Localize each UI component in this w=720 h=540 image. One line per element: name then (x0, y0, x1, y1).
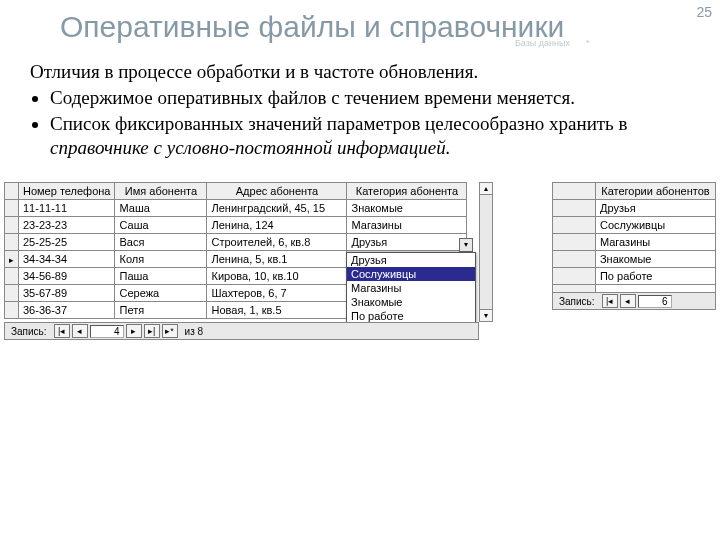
table-row[interactable]: Сослуживцы (553, 217, 716, 234)
nav-of: из 8 (179, 326, 208, 337)
dropdown-option[interactable]: По работе (347, 309, 475, 323)
cell-c4[interactable]: Магазины (347, 217, 467, 234)
cell-c2[interactable]: Петя (115, 302, 207, 319)
table-row[interactable]: 25-25-25ВасяСтроителей, 6, кв.8Друзья (5, 234, 467, 251)
cell-c1[interactable]: 23-23-23 (19, 217, 115, 234)
cell-c1[interactable]: 25-25-25 (19, 234, 115, 251)
row-selector[interactable] (553, 217, 596, 234)
row-selector-header (5, 183, 19, 200)
table-row[interactable]: Друзья (553, 200, 716, 217)
dropdown-option[interactable]: Магазины (347, 281, 475, 295)
table-row[interactable]: 23-23-23СашаЛенина, 124Магазины (5, 217, 467, 234)
main-scrollbar[interactable]: ▴ ▾ (479, 182, 493, 322)
cell-c3[interactable]: Ленина, 124 (207, 217, 347, 234)
ref-nav-prev-icon[interactable]: ◂ (620, 294, 636, 308)
main-col-category[interactable]: Категория абонента (347, 183, 467, 200)
bullet-1: Содержимое оперативных файлов с течением… (50, 86, 690, 110)
row-selector[interactable] (5, 302, 19, 319)
row-selector[interactable] (553, 234, 596, 251)
cell-c3[interactable]: Ленинградский, 45, 15 (207, 200, 347, 217)
row-selector[interactable] (5, 285, 19, 302)
cell-c1[interactable]: 35-67-89 (19, 285, 115, 302)
nav-prev-icon[interactable]: ◂ (72, 324, 88, 338)
nav-new-icon[interactable]: ▸* (162, 324, 178, 338)
cell-c1[interactable]: 34-34-34 (19, 251, 115, 268)
main-col-address[interactable]: Адрес абонента (207, 183, 347, 200)
table-row[interactable]: Знакомые (553, 251, 716, 268)
cell-c3[interactable]: Ленина, 5, кв.1 (207, 251, 347, 268)
body-text: Отличия в процессе обработки и в частоте… (0, 50, 720, 174)
header-meta-star: * (586, 38, 591, 48)
cell-c3[interactable]: Новая, 1, кв.5 (207, 302, 347, 319)
dropdown-option[interactable]: Знакомые (347, 295, 475, 309)
row-selector[interactable] (5, 251, 19, 268)
nav-current[interactable]: 4 (90, 325, 124, 338)
main-col-phone[interactable]: Номер телефона (19, 183, 115, 200)
main-col-name[interactable]: Имя абонента (115, 183, 207, 200)
cell-c3[interactable]: Кирова, 10, кв.10 (207, 268, 347, 285)
cell-c2[interactable]: Сережа (115, 285, 207, 302)
slide-title: Оперативные файлы и справочники (0, 0, 720, 50)
row-selector[interactable] (5, 200, 19, 217)
row-selector[interactable] (553, 268, 596, 285)
row-selector[interactable] (553, 200, 596, 217)
cell-c2[interactable]: Вася (115, 234, 207, 251)
cell-c4[interactable]: Знакомые (347, 200, 467, 217)
cell-c4[interactable]: Друзья (347, 234, 467, 251)
header-meta-label: Базы данных (515, 38, 570, 48)
table-row[interactable]: Магазины (553, 234, 716, 251)
dropdown-option[interactable]: Друзья (347, 253, 475, 267)
table-row[interactable]: 11-11-11МашаЛенинградский, 45, 15Знакомы… (5, 200, 467, 217)
ref-cell[interactable]: Магазины (595, 234, 715, 251)
cell-c2[interactable]: Коля (115, 251, 207, 268)
bullet-2: Список фиксированных значений параметров… (50, 112, 690, 160)
ref-col-category[interactable]: Категории абонентов (595, 183, 715, 200)
cell-c1[interactable]: 34-56-89 (19, 268, 115, 285)
lead-paragraph: Отличия в процессе обработки и в частоте… (30, 60, 690, 84)
nav-last-icon[interactable]: ▸| (144, 324, 160, 338)
table-row[interactable]: По работе (553, 268, 716, 285)
ref-row-selector-header (553, 183, 596, 200)
cell-c1[interactable]: 11-11-11 (19, 200, 115, 217)
nav-label: Запись: (5, 326, 53, 337)
ref-record-navigator: Запись: |◂ ◂ 6 (552, 292, 716, 310)
main-record-navigator: Запись: |◂ ◂ 4 ▸ ▸| ▸* из 8 (4, 322, 479, 340)
cell-c3[interactable]: Строителей, 6, кв.8 (207, 234, 347, 251)
dropdown-toggle-icon[interactable]: ▾ (459, 238, 473, 252)
cell-c2[interactable]: Паша (115, 268, 207, 285)
nav-first-icon[interactable]: |◂ (54, 324, 70, 338)
cell-c1[interactable]: 36-36-37 (19, 302, 115, 319)
nav-next-icon[interactable]: ▸ (126, 324, 142, 338)
row-selector[interactable] (5, 268, 19, 285)
ref-cell[interactable]: Друзья (595, 200, 715, 217)
ref-nav-first-icon[interactable]: |◂ (602, 294, 618, 308)
cell-c2[interactable]: Саша (115, 217, 207, 234)
row-selector[interactable] (5, 234, 19, 251)
figure-area: Номер телефона Имя абонента Адрес абонен… (4, 182, 716, 412)
page-number: 25 (696, 4, 712, 20)
dropdown-option[interactable]: Сослуживцы (347, 267, 475, 281)
ref-cell[interactable]: Сослуживцы (595, 217, 715, 234)
scroll-down-icon[interactable]: ▾ (480, 309, 492, 321)
cell-c2[interactable]: Маша (115, 200, 207, 217)
category-dropdown[interactable]: ДрузьяСослуживцыМагазиныЗнакомыеПо работ… (346, 252, 476, 324)
ref-nav-current[interactable]: 6 (638, 295, 672, 308)
ref-nav-label: Запись: (553, 296, 601, 307)
ref-cell[interactable]: Знакомые (595, 251, 715, 268)
ref-cell[interactable]: По работе (595, 268, 715, 285)
cell-c3[interactable]: Шахтеров, 6, 7 (207, 285, 347, 302)
row-selector[interactable] (553, 251, 596, 268)
reference-table: Категории абонентов ДрузьяСослуживцыМага… (552, 182, 716, 302)
scroll-up-icon[interactable]: ▴ (480, 183, 492, 195)
row-selector[interactable] (5, 217, 19, 234)
